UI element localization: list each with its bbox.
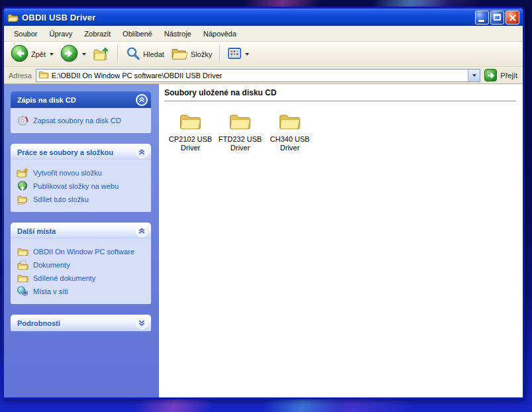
panel-file-tasks: Práce se soubory a složkou [11,144,151,212]
panel-title: Zápis na disk CD [17,96,136,104]
chevron-up-icon[interactable] [136,225,148,237]
place-label: Sdílené dokumenty [33,274,95,283]
window-title: OBDII USB Driver [22,13,472,23]
back-button[interactable]: Zpět [8,42,56,66]
cd-burn-icon [17,115,28,126]
go-label: Přejít [500,72,517,79]
folder-label: FTD232 USBDriver [219,135,262,152]
panel-file-tasks-body: Vytvořit novou složku [11,160,151,212]
panel-details: Podrobnosti [11,315,151,331]
share-folder-icon [17,194,28,205]
place-network[interactable]: Místa v síti [17,285,147,298]
place-label: Místa v síti [33,287,68,296]
shared-folder-icon [17,274,28,283]
place-label: Dokumenty [33,261,70,270]
menu-upravy[interactable]: Úpravy [43,28,78,40]
menu-zobrazit[interactable]: Zobrazit [78,28,117,40]
chevron-up-icon[interactable] [136,146,148,158]
close-button[interactable] [505,11,519,25]
folder-large-icon [278,111,301,133]
panel-cd-writing: Zápis na disk CD [11,91,151,133]
panel-other-places-header[interactable]: Další místa [11,223,151,239]
menu-napoveda[interactable]: Nápověda [197,28,242,40]
panel-title: Další místa [17,227,136,235]
search-label: Hledat [143,50,164,58]
folder-item-ch340[interactable]: CH340 USBDriver [265,111,315,152]
forward-icon [60,44,78,64]
folder-label: CP2102 USBDriver [169,135,212,152]
task-publish-web[interactable]: Publikovat složky na webu [17,180,147,193]
network-icon [17,286,28,297]
address-folder-icon [38,70,49,81]
back-icon [11,44,28,64]
task-label: Zapsat soubory na disk CD [33,117,121,125]
folder-grid: CP2102 USBDriver FTD232 USBDriver [164,101,516,152]
go-icon [484,69,497,81]
folder-label: CH340 USBDriver [270,135,310,152]
panel-title: Práce se soubory a složkou [17,148,136,156]
toolbar-separator [117,45,119,63]
minimize-button[interactable] [475,11,489,25]
up-button[interactable] [90,43,113,65]
folder-large-icon [179,111,202,133]
panel-other-places-body: OBDII On Window PC software [11,239,151,304]
task-label: Publikovat složky na webu [33,182,119,191]
folder-item-cp2102[interactable]: CP2102 USBDriver [166,111,215,152]
place-label: OBDII On Window PC software [33,248,134,256]
search-icon [126,46,140,62]
place-documents[interactable]: Dokumenty [17,258,147,272]
task-label: Sdílet tuto složku [33,195,89,204]
file-list-area: Soubory uložené na disku CD CP2102 USBDr… [159,84,523,397]
toolbar-separator [219,45,221,63]
menu-nastroje[interactable]: Nástroje [158,28,197,40]
place-shared-documents[interactable]: Sdílené dokumenty [17,272,147,285]
address-input[interactable]: E:\OBDII On Window PC software\OBDII USB… [36,69,480,82]
new-folder-icon [17,168,28,178]
search-button[interactable]: Hledat [123,44,167,64]
chevron-up-icon[interactable] [136,94,148,106]
chevron-down-icon [472,74,476,77]
menu-oblibene[interactable]: Oblíbené [117,28,158,40]
window-body: Zápis na disk CD [4,84,523,397]
task-burn-cd[interactable]: Zapsat soubory na disk CD [17,114,147,127]
views-dropdown-icon[interactable] [245,53,249,56]
views-icon [228,48,241,60]
menu-soubor[interactable]: Soubor [8,28,43,40]
back-label: Zpět [31,50,46,58]
folders-icon [171,46,188,62]
task-share-folder[interactable]: Sdílet tuto složku [17,193,147,206]
go-button[interactable]: Přejít [484,69,519,81]
folders-label: Složky [191,50,212,58]
explorer-window: OBDII USB Driver Soubor Úpravy Zobrazit … [2,7,525,399]
minimize-icon [478,20,484,22]
publish-web-icon [17,181,28,191]
task-pane: Zápis na disk CD [4,84,159,397]
task-new-folder[interactable]: Vytvořit novou složku [17,166,147,180]
documents-icon [17,260,28,270]
address-label: Adresa [7,72,32,79]
chevron-down-icon[interactable] [136,317,148,329]
desktop-background: OBDII USB Driver Soubor Úpravy Zobrazit … [0,0,532,412]
maximize-button[interactable] [490,11,504,25]
folder-item-ftd232[interactable]: FTD232 USBDriver [215,111,265,152]
panel-file-tasks-header[interactable]: Práce se soubory a složkou [11,144,151,160]
back-dropdown-icon[interactable] [50,53,54,56]
forward-button[interactable] [58,42,89,66]
window-controls [475,11,519,25]
panel-other-places: Další místa [11,223,151,304]
panel-cd-writing-header[interactable]: Zápis na disk CD [11,91,151,108]
folders-button[interactable]: Složky [168,44,215,64]
up-folder-icon [93,45,110,63]
views-button[interactable] [225,46,252,62]
menu-bar: Soubor Úpravy Zobrazit Oblíbené Nástroje… [4,26,523,42]
panel-title: Podrobnosti [17,319,136,327]
toolbar: Zpět [4,42,523,67]
title-bar[interactable]: OBDII USB Driver [4,9,523,26]
panel-details-header[interactable]: Podrobnosti [11,315,151,331]
address-value: E:\OBDII On Window PC software\OBDII USB… [52,72,465,79]
folder-large-icon [229,111,252,133]
forward-dropdown-icon[interactable] [82,53,86,56]
task-label: Vytvořit novou složku [33,169,102,178]
address-dropdown-button[interactable] [468,70,480,81]
place-parent-folder[interactable]: OBDII On Window PC software [17,245,147,258]
